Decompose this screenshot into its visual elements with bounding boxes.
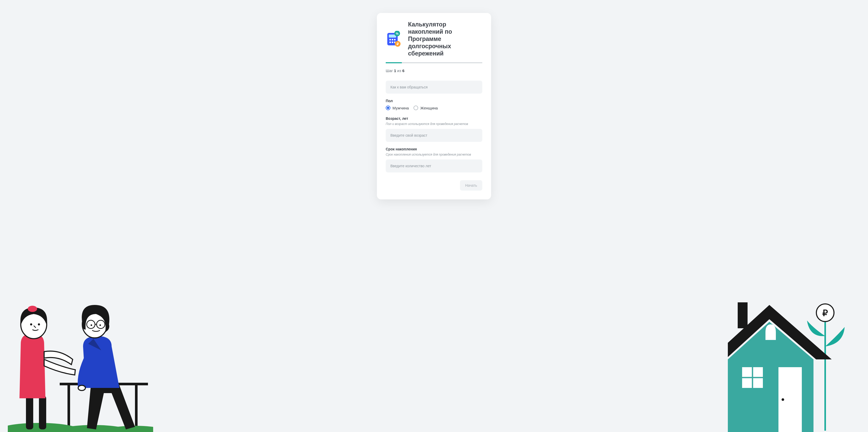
svg-point-27 (781, 398, 784, 401)
card-title: Калькулятор накоплений по Программе долг… (408, 21, 482, 57)
gender-female-option[interactable]: Женщина (413, 105, 438, 110)
svg-point-11 (38, 323, 40, 325)
calculator-icon: % ₽ (386, 31, 402, 47)
svg-point-31 (392, 39, 393, 40)
svg-point-34 (392, 41, 393, 43)
term-input[interactable] (386, 160, 482, 172)
svg-rect-6 (26, 396, 33, 429)
gender-radio-group: Мужчина Женщина (386, 105, 482, 110)
svg-point-17 (91, 324, 92, 326)
step-label: Шаг 1 из 6 (386, 68, 482, 73)
card-header: % ₽ Калькулятор накоплений по Программе … (386, 21, 482, 57)
progress-fill (386, 62, 402, 63)
svg-point-30 (390, 39, 391, 40)
svg-rect-7 (39, 396, 46, 429)
svg-text:₽: ₽ (397, 42, 399, 46)
gender-female-radio[interactable] (413, 105, 418, 110)
house-illustration: ₽ (728, 302, 858, 432)
svg-point-10 (30, 323, 32, 325)
gender-male-option[interactable]: Мужчина (386, 105, 409, 110)
svg-point-18 (99, 324, 101, 326)
name-input[interactable] (386, 81, 482, 94)
calculator-card: % ₽ Калькулятор накоплений по Программе … (377, 13, 491, 199)
svg-point-32 (394, 39, 396, 40)
progress-bar (386, 62, 482, 63)
age-label: Возраст, лет (386, 117, 482, 121)
svg-text:%: % (396, 32, 399, 36)
age-hint: Пол и возраст используются для проведени… (386, 122, 482, 126)
gender-label: Пол (386, 99, 482, 103)
age-input[interactable] (386, 129, 482, 142)
svg-point-9 (28, 306, 37, 312)
svg-rect-2 (135, 385, 137, 427)
svg-rect-21 (738, 302, 748, 328)
svg-text:₽: ₽ (822, 308, 828, 318)
gender-male-radio[interactable] (386, 105, 391, 110)
term-label: Срок накопления (386, 147, 482, 151)
svg-point-33 (390, 41, 391, 43)
start-button[interactable]: Начать (460, 180, 482, 191)
svg-rect-1 (67, 385, 70, 427)
term-hint: Срок накопления используется для проведе… (386, 153, 482, 156)
people-illustration (8, 300, 153, 432)
svg-point-12 (78, 385, 85, 391)
